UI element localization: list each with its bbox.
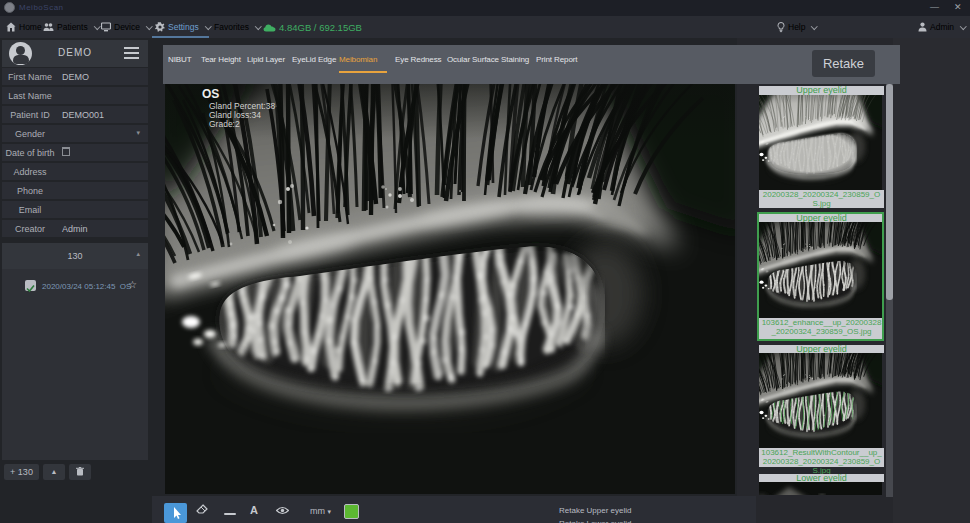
- svg-text:Grade:2: Grade:2: [209, 119, 240, 129]
- svg-text:OS: OS: [202, 87, 219, 101]
